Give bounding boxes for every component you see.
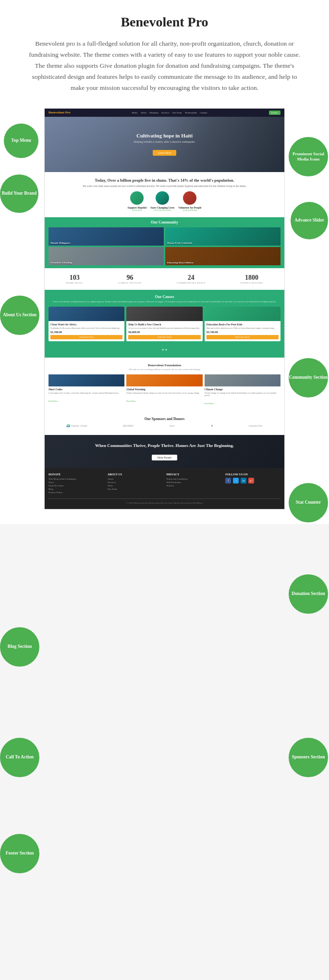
about-title: Today, Over a billion people live in slu… bbox=[49, 178, 280, 183]
social-linkedin[interactable]: in bbox=[241, 478, 246, 484]
blog-card-title-1: Short Codes bbox=[49, 388, 124, 391]
preview-blog: Benevolent Foundation We help we are rea… bbox=[45, 358, 284, 412]
sponsor-logo-3: mcil bbox=[170, 424, 174, 427]
about-card-3: Volunteer for People VOLUNTEER bbox=[178, 191, 201, 211]
donation-card-amount-1: $1,500.00 bbox=[50, 331, 122, 334]
bubble-about-us: About Us Section bbox=[0, 296, 39, 335]
footer-link-8[interactable]: Team bbox=[108, 484, 163, 487]
donation-subtitle: Sed ut elit dictum condimentum est at, a… bbox=[49, 300, 280, 303]
community-cell-1: Manali, Philippines bbox=[49, 227, 164, 246]
hero-subtitle: Helping rebuild a country after a massiv… bbox=[134, 140, 195, 143]
community-cell-2: Phnom Penh, Cambodia bbox=[165, 227, 280, 246]
footer-link-10[interactable]: Terms and Conditions bbox=[167, 478, 222, 480]
page-wrapper: Benevolent Pro Benevolent pro is a full-… bbox=[0, 0, 329, 524]
page-description: Benevolent pro is a full-fledged solutio… bbox=[25, 38, 304, 94]
stat-number-2: 96 bbox=[119, 274, 142, 282]
blog-org: Benevolent Foundation bbox=[49, 363, 280, 367]
preview-hero: Cultivating hope in Haiti Helping rebuil… bbox=[45, 117, 284, 172]
header-section: Benevolent Pro Benevolent pro is a full-… bbox=[0, 0, 329, 103]
donation-card-3: Education Basics For Poor Kids Nam eget … bbox=[205, 307, 280, 341]
preview-navbar: Benevolent Pro Home About Donation Servi… bbox=[45, 109, 284, 117]
donation-card-img-3 bbox=[205, 307, 280, 321]
community-grid: Manali, Philippines Phnom Penh, Cambodia… bbox=[49, 227, 280, 265]
donation-card-text-2: At vero eos et accusam et iusto odio qui… bbox=[128, 327, 200, 329]
hero-button[interactable]: Learn More bbox=[153, 150, 176, 156]
donation-card-title-3: Education Basics For Poor Kids bbox=[207, 323, 279, 326]
bubble-community: Community Section bbox=[289, 358, 328, 397]
stat-label-3: COMMUNITIES BUILT bbox=[177, 282, 205, 284]
about-card-icon-2 bbox=[156, 191, 169, 205]
blog-card-text-1: Lorem ipsum dolor sit amet, consectetur … bbox=[49, 392, 124, 394]
stat-2: 96 FAMILY SETTLED bbox=[119, 274, 142, 284]
blog-card-link-3[interactable]: Read More bbox=[205, 402, 214, 405]
blog-card-text-2: Global warming and climate change are is… bbox=[126, 392, 202, 394]
donation-card-2: Help Us Build a New Church At vero eos e… bbox=[126, 307, 202, 341]
footer-link-1[interactable]: Why Benevolent Foundation bbox=[49, 478, 104, 480]
donation-card-img-2 bbox=[126, 307, 202, 321]
social-google[interactable]: g+ bbox=[248, 478, 254, 484]
about-cards: Support Hopeful DONATE Start Changing Li… bbox=[49, 191, 280, 211]
donation-card-title-2: Help Us Build a New Church bbox=[128, 323, 200, 326]
donation-card-amount-2: $6,000.00 bbox=[128, 331, 200, 334]
bubble-cta: Call To Action bbox=[0, 738, 39, 777]
footer-col-donate: DONATE Why Benevolent Foundation News Fi… bbox=[49, 473, 104, 495]
footer-link-9[interactable]: Our Team bbox=[108, 488, 163, 490]
about-card-link-2: GET INVOLVED bbox=[150, 209, 174, 211]
footer-col-social-title: FOLLOW US ON bbox=[225, 473, 280, 476]
about-card-label-2: Start Changing Lives bbox=[150, 206, 174, 209]
blog-cards: Short Codes Lorem ipsum dolor sit amet, … bbox=[49, 374, 280, 406]
about-subtitle: We work over slum areas around all over … bbox=[49, 185, 280, 187]
hero-text: Cultivating hope in Haiti Helping rebuil… bbox=[134, 133, 195, 156]
social-twitter[interactable]: t bbox=[233, 478, 239, 484]
bubble-donation: Donation Section bbox=[289, 574, 328, 614]
blog-tagline: We help we are reaching millions of peop… bbox=[49, 368, 280, 371]
stat-number-3: 24 bbox=[177, 274, 205, 282]
community-label-3: Secondary Schooling bbox=[50, 261, 72, 264]
bubble-blog: Blog Section bbox=[0, 627, 39, 667]
community-label-4: Educating Slum Children bbox=[167, 261, 194, 264]
stat-1: 103 HOME BUILT bbox=[66, 274, 83, 284]
footer-col-privacy-title: PRIVACY bbox=[167, 473, 222, 476]
about-card-icon-1 bbox=[130, 191, 144, 205]
footer-col-donate-title: DONATE bbox=[49, 473, 104, 476]
sponsors-title: Our Sponsors and Donors bbox=[49, 417, 280, 421]
sponsor-logo-4: ❖ bbox=[210, 424, 213, 427]
preview-donate-button[interactable]: Donate bbox=[269, 111, 280, 115]
preview-logo: Benevolent Pro bbox=[49, 111, 71, 114]
footer-col-about: ABOUT US About Services Team Our Team bbox=[108, 473, 163, 495]
footer-cols: DONATE Why Benevolent Foundation News Fi… bbox=[49, 473, 280, 495]
donation-card-btn-1[interactable]: DONATE NOW bbox=[50, 335, 122, 339]
preview-cta: When Communities Thrive, People Thrive. … bbox=[45, 435, 284, 468]
footer-link-7[interactable]: Services bbox=[108, 481, 163, 484]
blog-card-img-3 bbox=[205, 374, 280, 386]
preview-wrapper: Top Menu Build Your Brand About Us Secti… bbox=[0, 108, 329, 524]
footer-link-4[interactable]: Blog bbox=[49, 488, 104, 490]
footer-link-6[interactable]: About bbox=[108, 478, 163, 480]
donation-card-amount-3: $3,700.00 bbox=[207, 331, 279, 334]
social-facebook[interactable]: f bbox=[225, 478, 231, 484]
community-title: Our Community bbox=[49, 220, 280, 224]
cta-button[interactable]: Help People bbox=[152, 455, 178, 460]
about-card-icon-3 bbox=[183, 191, 196, 205]
footer-link-2[interactable]: News bbox=[49, 481, 104, 484]
bubble-slider: Advance Slider bbox=[291, 202, 328, 239]
blog-card-title-2: Global Warming bbox=[126, 388, 202, 391]
footer-link-11[interactable]: Full Disclosure bbox=[167, 481, 222, 484]
bubble-stat: Stat Counter bbox=[289, 483, 328, 522]
bubble-sponsors: Sponsors Section bbox=[289, 738, 328, 777]
blog-card-text-3: Climate change is a change in the statis… bbox=[205, 392, 280, 397]
footer-link-3[interactable]: Find Our Cause bbox=[49, 484, 104, 487]
donation-card-btn-2[interactable]: DONATE NOW bbox=[128, 335, 200, 339]
footer-link-5[interactable]: Privacy Policy bbox=[49, 491, 104, 494]
stat-number-4: 1800 bbox=[241, 274, 263, 282]
blog-card-2: Global Warming Global warming and climat… bbox=[126, 374, 202, 406]
footer-link-12[interactable]: Policies bbox=[167, 484, 222, 487]
sponsor-logo-5: Lincoln Pro bbox=[249, 424, 263, 427]
blog-card-link-1[interactable]: Read More bbox=[49, 400, 58, 402]
blog-card-link-2[interactable]: Read More bbox=[126, 400, 136, 402]
donation-card-btn-3[interactable]: DONATE NOW bbox=[207, 335, 279, 339]
donation-card-text-3: Nam eget in dolor pharetra eros at. Null… bbox=[207, 327, 279, 329]
about-card-label-1: Support Hopeful bbox=[128, 206, 147, 209]
sponsor-logo-1: 🌍 Charity Globe bbox=[66, 424, 87, 427]
bubble-build-brand: Build Your Brand bbox=[0, 174, 38, 213]
